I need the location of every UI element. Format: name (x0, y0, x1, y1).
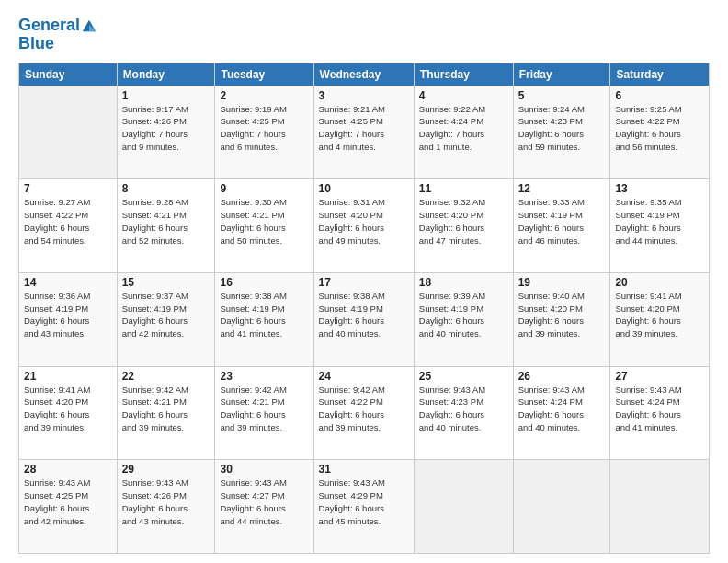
day-info: Sunrise: 9:43 AMSunset: 4:26 PMDaylight:… (122, 477, 210, 527)
day-info: Sunrise: 9:43 AMSunset: 4:27 PMDaylight:… (220, 477, 308, 527)
day-number: 13 (615, 182, 704, 195)
day-info: Sunrise: 9:19 AMSunset: 4:25 PMDaylight:… (220, 103, 308, 154)
day-number: 14 (24, 276, 112, 289)
calendar-week-1: 7Sunrise: 9:27 AMSunset: 4:22 PMDaylight… (19, 179, 710, 273)
day-number: 4 (419, 89, 508, 102)
calendar-cell: 14Sunrise: 9:36 AMSunset: 4:19 PMDayligh… (19, 272, 118, 366)
day-number: 30 (220, 463, 308, 476)
calendar-cell: 13Sunrise: 9:35 AMSunset: 4:19 PMDayligh… (610, 179, 710, 273)
day-number: 22 (122, 370, 210, 383)
day-info: Sunrise: 9:21 AMSunset: 4:25 PMDaylight:… (319, 103, 409, 154)
calendar-week-3: 21Sunrise: 9:41 AMSunset: 4:20 PMDayligh… (19, 366, 710, 460)
day-info: Sunrise: 9:42 AMSunset: 4:21 PMDaylight:… (220, 384, 308, 434)
day-info: Sunrise: 9:17 AMSunset: 4:26 PMDaylight:… (122, 103, 210, 154)
day-info: Sunrise: 9:40 AMSunset: 4:20 PMDaylight:… (518, 290, 606, 340)
day-number: 21 (24, 370, 112, 383)
day-info: Sunrise: 9:43 AMSunset: 4:25 PMDaylight:… (24, 477, 112, 527)
day-info: Sunrise: 9:43 AMSunset: 4:29 PMDaylight:… (319, 477, 409, 527)
calendar-cell (610, 460, 710, 554)
calendar-cell: 19Sunrise: 9:40 AMSunset: 4:20 PMDayligh… (513, 272, 610, 366)
col-header-monday: Monday (117, 63, 215, 86)
calendar-cell: 20Sunrise: 9:41 AMSunset: 4:20 PMDayligh… (610, 272, 710, 366)
day-number: 29 (122, 463, 210, 476)
calendar-cell: 11Sunrise: 9:32 AMSunset: 4:20 PMDayligh… (414, 179, 513, 273)
calendar-cell: 9Sunrise: 9:30 AMSunset: 4:21 PMDaylight… (215, 179, 313, 273)
day-info: Sunrise: 9:24 AMSunset: 4:23 PMDaylight:… (518, 103, 606, 154)
day-number: 18 (419, 276, 508, 289)
day-info: Sunrise: 9:39 AMSunset: 4:19 PMDaylight:… (419, 290, 508, 340)
day-info: Sunrise: 9:36 AMSunset: 4:19 PMDaylight:… (24, 290, 112, 340)
day-info: Sunrise: 9:43 AMSunset: 4:23 PMDaylight:… (419, 384, 508, 434)
day-number: 10 (319, 182, 409, 195)
day-number: 16 (220, 276, 308, 289)
calendar-cell: 16Sunrise: 9:38 AMSunset: 4:19 PMDayligh… (215, 272, 313, 366)
col-header-sunday: Sunday (19, 63, 118, 86)
day-info: Sunrise: 9:32 AMSunset: 4:20 PMDaylight:… (419, 196, 508, 247)
day-info: Sunrise: 9:43 AMSunset: 4:24 PMDaylight:… (615, 384, 704, 434)
day-info: Sunrise: 9:42 AMSunset: 4:22 PMDaylight:… (319, 384, 409, 434)
day-info: Sunrise: 9:37 AMSunset: 4:19 PMDaylight:… (122, 290, 210, 340)
calendar-cell: 25Sunrise: 9:43 AMSunset: 4:23 PMDayligh… (414, 366, 513, 460)
day-info: Sunrise: 9:38 AMSunset: 4:19 PMDaylight:… (319, 290, 409, 340)
day-number: 19 (518, 276, 606, 289)
day-info: Sunrise: 9:38 AMSunset: 4:19 PMDaylight:… (220, 290, 308, 340)
day-info: Sunrise: 9:30 AMSunset: 4:21 PMDaylight:… (220, 196, 308, 247)
day-info: Sunrise: 9:41 AMSunset: 4:20 PMDaylight:… (24, 384, 112, 434)
calendar-cell: 28Sunrise: 9:43 AMSunset: 4:25 PMDayligh… (19, 460, 118, 554)
col-header-thursday: Thursday (414, 63, 513, 86)
day-number: 27 (615, 370, 704, 383)
header: General Blue (18, 17, 710, 53)
day-number: 20 (615, 276, 704, 289)
day-number: 8 (122, 182, 210, 195)
calendar-cell: 6Sunrise: 9:25 AMSunset: 4:22 PMDaylight… (610, 86, 710, 179)
calendar-cell: 29Sunrise: 9:43 AMSunset: 4:26 PMDayligh… (117, 460, 215, 554)
day-info: Sunrise: 9:31 AMSunset: 4:20 PMDaylight:… (319, 196, 409, 247)
day-number: 12 (518, 182, 606, 195)
calendar-cell: 2Sunrise: 9:19 AMSunset: 4:25 PMDaylight… (215, 86, 313, 179)
day-number: 6 (615, 89, 704, 102)
day-number: 15 (122, 276, 210, 289)
calendar-cell (513, 460, 610, 554)
day-number: 7 (24, 182, 112, 195)
day-info: Sunrise: 9:42 AMSunset: 4:21 PMDaylight:… (122, 384, 210, 434)
calendar-cell (19, 86, 118, 179)
day-number: 5 (518, 89, 606, 102)
calendar-cell: 17Sunrise: 9:38 AMSunset: 4:19 PMDayligh… (313, 272, 414, 366)
calendar-cell: 15Sunrise: 9:37 AMSunset: 4:19 PMDayligh… (117, 272, 215, 366)
day-info: Sunrise: 9:35 AMSunset: 4:19 PMDaylight:… (615, 196, 704, 247)
calendar-week-4: 28Sunrise: 9:43 AMSunset: 4:25 PMDayligh… (19, 460, 710, 554)
calendar-cell: 7Sunrise: 9:27 AMSunset: 4:22 PMDaylight… (19, 179, 118, 273)
logo-icon (81, 17, 97, 34)
calendar-cell: 23Sunrise: 9:42 AMSunset: 4:21 PMDayligh… (215, 366, 313, 460)
day-number: 2 (220, 89, 308, 102)
calendar-cell: 26Sunrise: 9:43 AMSunset: 4:24 PMDayligh… (513, 366, 610, 460)
col-header-friday: Friday (513, 63, 610, 86)
col-header-tuesday: Tuesday (215, 63, 313, 86)
calendar-cell: 27Sunrise: 9:43 AMSunset: 4:24 PMDayligh… (610, 366, 710, 460)
calendar-cell: 12Sunrise: 9:33 AMSunset: 4:19 PMDayligh… (513, 179, 610, 273)
calendar-cell: 21Sunrise: 9:41 AMSunset: 4:20 PMDayligh… (19, 366, 118, 460)
day-number: 17 (319, 276, 409, 289)
calendar-cell: 24Sunrise: 9:42 AMSunset: 4:22 PMDayligh… (313, 366, 414, 460)
day-number: 24 (319, 370, 409, 383)
calendar-week-2: 14Sunrise: 9:36 AMSunset: 4:19 PMDayligh… (19, 272, 710, 366)
calendar-table: SundayMondayTuesdayWednesdayThursdayFrid… (18, 63, 710, 554)
day-info: Sunrise: 9:43 AMSunset: 4:24 PMDaylight:… (518, 384, 606, 434)
day-number: 23 (220, 370, 308, 383)
logo-general: General (18, 17, 80, 35)
calendar-cell: 8Sunrise: 9:28 AMSunset: 4:21 PMDaylight… (117, 179, 215, 273)
calendar-cell: 31Sunrise: 9:43 AMSunset: 4:29 PMDayligh… (313, 460, 414, 554)
calendar-cell: 22Sunrise: 9:42 AMSunset: 4:21 PMDayligh… (117, 366, 215, 460)
day-number: 9 (220, 182, 308, 195)
day-info: Sunrise: 9:27 AMSunset: 4:22 PMDaylight:… (24, 196, 112, 247)
day-info: Sunrise: 9:41 AMSunset: 4:20 PMDaylight:… (615, 290, 704, 340)
calendar-header-row: SundayMondayTuesdayWednesdayThursdayFrid… (19, 63, 710, 86)
day-info: Sunrise: 9:25 AMSunset: 4:22 PMDaylight:… (615, 103, 704, 154)
day-info: Sunrise: 9:28 AMSunset: 4:21 PMDaylight:… (122, 196, 210, 247)
day-number: 3 (319, 89, 409, 102)
calendar-cell: 5Sunrise: 9:24 AMSunset: 4:23 PMDaylight… (513, 86, 610, 179)
day-number: 11 (419, 182, 508, 195)
calendar-cell (414, 460, 513, 554)
calendar-cell: 1Sunrise: 9:17 AMSunset: 4:26 PMDaylight… (117, 86, 215, 179)
page: General Blue SundayMondayTuesdayWednesda… (0, 0, 728, 563)
